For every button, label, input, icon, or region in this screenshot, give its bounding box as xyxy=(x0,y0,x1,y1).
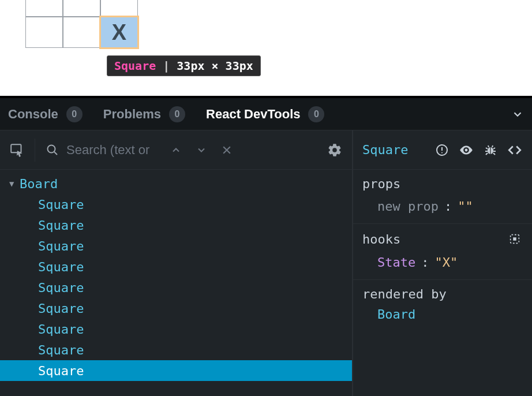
tooltip-dimensions: 33px × 33px xyxy=(177,59,253,73)
tree-row-root[interactable]: ▼ Board xyxy=(0,173,352,194)
search-icon xyxy=(44,142,61,158)
colon: : xyxy=(421,253,429,272)
tree-label: Square xyxy=(38,301,84,316)
board-cell-selected[interactable]: X xyxy=(100,17,138,48)
selected-component-name: Square xyxy=(362,143,408,157)
tree-row-child[interactable]: Square xyxy=(0,256,352,277)
inspect-dom-icon[interactable] xyxy=(458,142,474,158)
tab-label: React DevTools xyxy=(206,107,300,122)
caret-down-icon: ▼ xyxy=(9,179,20,188)
tree-label: Square xyxy=(38,260,84,274)
view-source-icon[interactable] xyxy=(507,142,523,158)
devtools-tabbar: Console 0 Problems 0 React DevTools 0 xyxy=(0,98,532,130)
prop-value: "" xyxy=(458,197,473,216)
inspect-element-icon[interactable] xyxy=(9,142,25,158)
props-section: props new prop : "" xyxy=(353,170,532,224)
suspend-icon[interactable] xyxy=(434,142,450,158)
tab-label: Problems xyxy=(103,107,161,122)
bug-icon[interactable] xyxy=(482,142,499,158)
hooks-section: hooks State: "X" xyxy=(353,224,532,280)
tree-row-child[interactable]: Square xyxy=(0,319,352,339)
hook-row[interactable]: State: "X" xyxy=(362,253,523,272)
board-cell[interactable] xyxy=(25,0,63,17)
hook-key: State xyxy=(377,253,415,272)
tab-badge: 0 xyxy=(66,106,83,122)
tree-row-child[interactable]: Square xyxy=(0,194,352,215)
search-next-button[interactable] xyxy=(193,144,209,156)
tooltip-separator: | xyxy=(163,59,170,73)
search-prev-button[interactable] xyxy=(168,144,184,156)
tree-label: Square xyxy=(38,197,84,212)
svg-point-7 xyxy=(441,152,443,153)
tree-label: Square xyxy=(38,364,84,378)
tab-label: Console xyxy=(8,107,58,122)
tree-toolbar xyxy=(0,130,352,170)
tree-row-child[interactable]: Square xyxy=(0,298,352,319)
tree-label: Square xyxy=(38,239,84,253)
board-cell[interactable] xyxy=(100,0,138,17)
svg-line-2 xyxy=(54,152,57,155)
tree-label: Square xyxy=(38,343,84,357)
tree-search[interactable] xyxy=(44,142,159,158)
component-details-panel: Square props new prop : xyxy=(353,130,532,396)
search-clear-button[interactable] xyxy=(219,144,235,156)
app-preview-area: X Square | 33px × 33px xyxy=(0,0,532,96)
tab-badge: 0 xyxy=(308,106,324,122)
tabbar-more-button[interactable] xyxy=(511,108,524,121)
toolbar-separator xyxy=(35,139,35,162)
tictactoe-board: X xyxy=(25,0,138,48)
tree-label: Square xyxy=(38,322,84,337)
svg-point-1 xyxy=(48,145,55,152)
tree-row-child[interactable]: Square xyxy=(0,360,352,381)
rendered-by-link[interactable]: Board xyxy=(362,307,523,322)
svg-rect-0 xyxy=(11,144,21,152)
search-input[interactable] xyxy=(66,143,159,158)
prop-row[interactable]: new prop : "" xyxy=(362,197,523,216)
tab-badge: 0 xyxy=(169,106,185,122)
section-title: rendered by xyxy=(362,287,523,301)
details-header: Square xyxy=(353,130,532,170)
tab-problems[interactable]: Problems 0 xyxy=(103,106,185,122)
tree-label: Square xyxy=(38,281,84,295)
tree-row-child[interactable]: Square xyxy=(0,277,352,298)
colon: : xyxy=(444,197,452,216)
section-title: hooks xyxy=(362,232,400,246)
board-cell[interactable] xyxy=(25,17,63,48)
rendered-by-section: rendered by Board xyxy=(353,280,532,328)
svg-rect-12 xyxy=(513,237,516,241)
hook-value: "X" xyxy=(434,253,458,272)
tab-console[interactable]: Console 0 xyxy=(8,106,83,122)
section-title: props xyxy=(362,177,523,191)
tree-row-child[interactable]: Square xyxy=(0,236,352,256)
devtools-panel: Console 0 Problems 0 React DevTools 0 xyxy=(0,98,532,396)
parse-hooks-icon[interactable] xyxy=(507,231,523,247)
prop-key: new prop xyxy=(377,197,439,216)
board-cell[interactable] xyxy=(63,0,100,17)
board-cell[interactable] xyxy=(63,17,100,48)
svg-point-8 xyxy=(465,148,468,151)
components-tree-panel: ▼ Board SquareSquareSquareSquareSquareSq… xyxy=(0,130,353,396)
tooltip-component-name: Square xyxy=(114,59,156,73)
tab-react-devtools[interactable]: React DevTools 0 xyxy=(206,106,324,122)
settings-button[interactable] xyxy=(327,142,343,158)
component-tree: ▼ Board SquareSquareSquareSquareSquareSq… xyxy=(0,170,352,396)
tree-row-child[interactable]: Square xyxy=(0,215,352,236)
tree-label: Square xyxy=(38,218,84,233)
cell-value: X xyxy=(112,20,126,45)
tree-row-child[interactable]: Square xyxy=(0,339,352,360)
inspector-tooltip: Square | 33px × 33px xyxy=(107,55,261,76)
tree-label: Board xyxy=(20,177,58,191)
